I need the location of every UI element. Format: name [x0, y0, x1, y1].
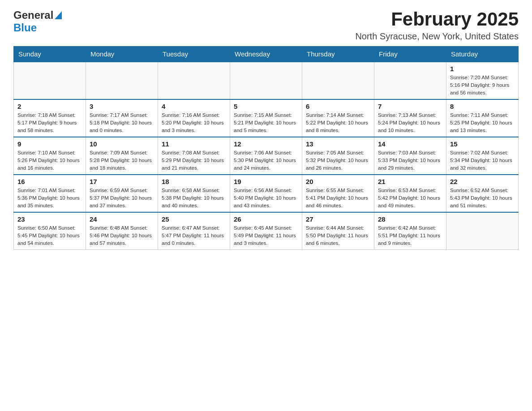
calendar-cell — [86, 62, 158, 99]
day-info: Sunrise: 7:09 AM Sunset: 5:28 PM Dayligh… — [90, 149, 154, 171]
day-number: 22 — [450, 178, 515, 185]
calendar-cell: 23Sunrise: 6:50 AM Sunset: 5:45 PM Dayli… — [14, 212, 86, 250]
day-number: 13 — [306, 140, 370, 148]
day-info: Sunrise: 7:05 AM Sunset: 5:32 PM Dayligh… — [306, 149, 370, 171]
day-number: 25 — [162, 215, 226, 223]
calendar-cell: 4Sunrise: 7:16 AM Sunset: 5:20 PM Daylig… — [158, 99, 230, 137]
weekday-header-thursday: Thursday — [302, 47, 374, 62]
week-row-2: 2Sunrise: 7:18 AM Sunset: 5:17 PM Daylig… — [14, 99, 519, 137]
calendar-cell: 12Sunrise: 7:06 AM Sunset: 5:30 PM Dayli… — [230, 137, 302, 175]
day-number: 4 — [162, 103, 226, 110]
calendar-cell: 26Sunrise: 6:45 AM Sunset: 5:49 PM Dayli… — [230, 212, 302, 250]
day-info: Sunrise: 6:47 AM Sunset: 5:47 PM Dayligh… — [162, 224, 226, 247]
day-info: Sunrise: 7:15 AM Sunset: 5:21 PM Dayligh… — [234, 111, 298, 134]
day-number: 27 — [306, 215, 370, 223]
day-number: 28 — [378, 215, 442, 223]
weekday-header-wednesday: Wednesday — [230, 47, 302, 62]
week-row-1: 1Sunrise: 7:20 AM Sunset: 5:16 PM Daylig… — [14, 62, 519, 99]
day-number: 16 — [17, 178, 82, 185]
day-info: Sunrise: 7:02 AM Sunset: 5:34 PM Dayligh… — [450, 149, 515, 171]
calendar-cell: 15Sunrise: 7:02 AM Sunset: 5:34 PM Dayli… — [446, 137, 519, 175]
calendar-cell: 20Sunrise: 6:55 AM Sunset: 5:41 PM Dayli… — [302, 175, 374, 212]
calendar-cell: 13Sunrise: 7:05 AM Sunset: 5:32 PM Dayli… — [302, 137, 374, 175]
calendar-cell: 19Sunrise: 6:56 AM Sunset: 5:40 PM Dayli… — [230, 175, 302, 212]
day-info: Sunrise: 7:08 AM Sunset: 5:29 PM Dayligh… — [162, 149, 226, 171]
title-area: February 2025 North Syracuse, New York, … — [355, 9, 519, 42]
calendar-cell: 24Sunrise: 6:48 AM Sunset: 5:46 PM Dayli… — [86, 212, 158, 250]
day-info: Sunrise: 6:56 AM Sunset: 5:40 PM Dayligh… — [234, 187, 298, 209]
day-number: 9 — [17, 140, 82, 148]
day-number: 24 — [90, 215, 154, 223]
day-number: 20 — [306, 178, 370, 185]
day-number: 26 — [234, 215, 298, 223]
day-info: Sunrise: 6:55 AM Sunset: 5:41 PM Dayligh… — [306, 187, 370, 209]
day-number: 6 — [306, 103, 370, 110]
day-info: Sunrise: 7:03 AM Sunset: 5:33 PM Dayligh… — [378, 149, 442, 171]
week-row-3: 9Sunrise: 7:10 AM Sunset: 5:26 PM Daylig… — [14, 137, 519, 175]
calendar-cell: 6Sunrise: 7:14 AM Sunset: 5:22 PM Daylig… — [302, 99, 374, 137]
day-info: Sunrise: 7:11 AM Sunset: 5:25 PM Dayligh… — [450, 111, 515, 134]
svg-marker-0 — [55, 11, 62, 19]
page-header: General Blue February 2025 North Syracus… — [13, 9, 519, 42]
weekday-header-saturday: Saturday — [446, 47, 519, 62]
logo-triangle-icon — [55, 11, 62, 21]
weekday-header-tuesday: Tuesday — [158, 47, 230, 62]
logo-blue-text: Blue — [13, 21, 37, 34]
weekday-header-friday: Friday — [374, 47, 446, 62]
weekday-header-row: SundayMondayTuesdayWednesdayThursdayFrid… — [14, 47, 519, 62]
day-info: Sunrise: 6:44 AM Sunset: 5:50 PM Dayligh… — [306, 224, 370, 247]
day-number: 18 — [162, 178, 226, 185]
week-row-5: 23Sunrise: 6:50 AM Sunset: 5:45 PM Dayli… — [14, 212, 519, 250]
calendar-cell: 3Sunrise: 7:17 AM Sunset: 5:18 PM Daylig… — [86, 99, 158, 137]
calendar-cell — [446, 212, 519, 250]
day-info: Sunrise: 6:52 AM Sunset: 5:43 PM Dayligh… — [450, 187, 515, 209]
day-number: 2 — [17, 103, 82, 110]
calendar-cell: 25Sunrise: 6:47 AM Sunset: 5:47 PM Dayli… — [158, 212, 230, 250]
day-number: 23 — [17, 215, 82, 223]
calendar-cell: 16Sunrise: 7:01 AM Sunset: 5:36 PM Dayli… — [14, 175, 86, 212]
month-title: February 2025 — [355, 9, 519, 30]
calendar-cell: 2Sunrise: 7:18 AM Sunset: 5:17 PM Daylig… — [14, 99, 86, 137]
calendar-cell: 8Sunrise: 7:11 AM Sunset: 5:25 PM Daylig… — [446, 99, 519, 137]
logo: General Blue — [13, 9, 62, 34]
calendar-cell: 28Sunrise: 6:42 AM Sunset: 5:51 PM Dayli… — [374, 212, 446, 250]
day-number: 7 — [378, 103, 442, 110]
day-number: 19 — [234, 178, 298, 185]
calendar-cell: 9Sunrise: 7:10 AM Sunset: 5:26 PM Daylig… — [14, 137, 86, 175]
day-number: 5 — [234, 103, 298, 110]
day-info: Sunrise: 6:58 AM Sunset: 5:38 PM Dayligh… — [162, 187, 226, 209]
calendar-cell: 11Sunrise: 7:08 AM Sunset: 5:29 PM Dayli… — [158, 137, 230, 175]
day-info: Sunrise: 7:13 AM Sunset: 5:24 PM Dayligh… — [378, 111, 442, 134]
day-info: Sunrise: 6:59 AM Sunset: 5:37 PM Dayligh… — [90, 187, 154, 209]
day-info: Sunrise: 7:18 AM Sunset: 5:17 PM Dayligh… — [17, 111, 82, 134]
calendar-cell: 21Sunrise: 6:53 AM Sunset: 5:42 PM Dayli… — [374, 175, 446, 212]
calendar-cell: 5Sunrise: 7:15 AM Sunset: 5:21 PM Daylig… — [230, 99, 302, 137]
day-info: Sunrise: 6:45 AM Sunset: 5:49 PM Dayligh… — [234, 224, 298, 247]
weekday-header-monday: Monday — [86, 47, 158, 62]
calendar-cell — [14, 62, 86, 99]
logo-general-text: General — [13, 9, 53, 21]
day-number: 8 — [450, 103, 515, 110]
calendar-cell — [374, 62, 446, 99]
day-info: Sunrise: 6:53 AM Sunset: 5:42 PM Dayligh… — [378, 187, 442, 209]
calendar-cell: 18Sunrise: 6:58 AM Sunset: 5:38 PM Dayli… — [158, 175, 230, 212]
calendar-cell — [230, 62, 302, 99]
day-number: 14 — [378, 140, 442, 148]
day-number: 15 — [450, 140, 515, 148]
day-info: Sunrise: 7:10 AM Sunset: 5:26 PM Dayligh… — [17, 149, 82, 171]
location: North Syracuse, New York, United States — [355, 31, 519, 42]
day-number: 12 — [234, 140, 298, 148]
calendar-cell: 10Sunrise: 7:09 AM Sunset: 5:28 PM Dayli… — [86, 137, 158, 175]
calendar-cell — [302, 62, 374, 99]
day-info: Sunrise: 7:20 AM Sunset: 5:16 PM Dayligh… — [450, 74, 515, 96]
day-info: Sunrise: 7:01 AM Sunset: 5:36 PM Dayligh… — [17, 187, 82, 209]
calendar-cell: 17Sunrise: 6:59 AM Sunset: 5:37 PM Dayli… — [86, 175, 158, 212]
day-number: 11 — [162, 140, 226, 148]
day-info: Sunrise: 6:48 AM Sunset: 5:46 PM Dayligh… — [90, 224, 154, 247]
day-info: Sunrise: 7:14 AM Sunset: 5:22 PM Dayligh… — [306, 111, 370, 134]
calendar-cell: 1Sunrise: 7:20 AM Sunset: 5:16 PM Daylig… — [446, 62, 519, 99]
week-row-4: 16Sunrise: 7:01 AM Sunset: 5:36 PM Dayli… — [14, 175, 519, 212]
day-number: 3 — [90, 103, 154, 110]
calendar-cell: 22Sunrise: 6:52 AM Sunset: 5:43 PM Dayli… — [446, 175, 519, 212]
calendar-cell: 7Sunrise: 7:13 AM Sunset: 5:24 PM Daylig… — [374, 99, 446, 137]
